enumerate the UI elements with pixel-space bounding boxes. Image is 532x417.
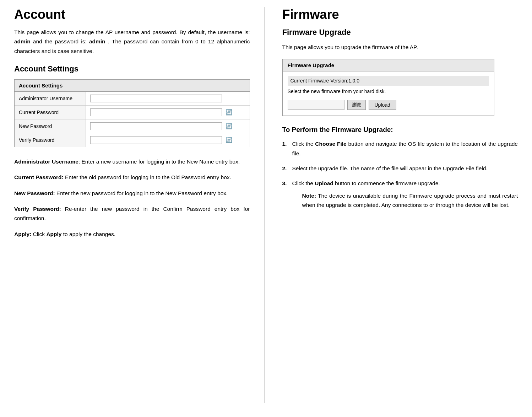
table-row: Current Password 🔄 xyxy=(15,106,250,119)
current-password-input[interactable] xyxy=(90,108,222,116)
list-item: 1. Click the Choose File button and navi… xyxy=(282,139,518,158)
right-column: Firmware Firmware Upgrade This page allo… xyxy=(265,7,518,403)
field-label-username: Administrator Username xyxy=(15,92,86,106)
list-item: 3. Click the Upload button to commence t… xyxy=(282,179,518,210)
choose-file-bold: Choose File xyxy=(315,141,346,147)
field-label-verify-password: Verify Password xyxy=(15,133,86,147)
note-label: Note: xyxy=(302,193,316,199)
upload-button[interactable]: Upload xyxy=(369,100,396,110)
field-input-new-password-cell: 🔄 xyxy=(86,119,250,133)
account-intro: This page allows you to change the AP us… xyxy=(14,28,250,56)
step-text-3: Click the Upload button to commence the … xyxy=(292,179,518,210)
account-settings-box: Account Settings Administrator Username … xyxy=(14,79,250,147)
firmware-box-content: Current Firmware Version:1.0.0 Select th… xyxy=(283,71,494,116)
field-input-username-cell xyxy=(86,92,250,106)
desc-label-apply-bold: Apply xyxy=(46,231,61,237)
table-row: Administrator Username xyxy=(15,92,250,106)
firmware-upgrade-box: Firmware Upgrade Current Firmware Versio… xyxy=(282,59,494,116)
field-label-new-password: New Password xyxy=(15,119,86,133)
list-item: 2. Select the upgrade file. The name of … xyxy=(282,164,518,173)
new-password-input[interactable] xyxy=(90,122,222,130)
browse-button[interactable]: 瀏覽 xyxy=(347,100,366,110)
firmware-upgrade-subtitle: Firmware Upgrade xyxy=(282,28,518,37)
step-num-3: 3. xyxy=(282,179,292,188)
desc-verify-password: Verify Password: Re-enter the new passwo… xyxy=(14,204,250,223)
perform-steps-list: 1. Click the Choose File button and navi… xyxy=(282,139,518,210)
verify-password-input[interactable] xyxy=(90,136,222,144)
firmware-version-row: Current Firmware Version:1.0.0 xyxy=(288,76,489,86)
desc-new-password: New Password: Enter the new password for… xyxy=(14,189,250,198)
step-text-1: Click the Choose File button and navigat… xyxy=(292,139,518,158)
refresh-icon-1[interactable]: 🔄 xyxy=(226,109,233,115)
firmware-upload-row: 瀏覽 Upload xyxy=(288,98,489,111)
firmware-box-header: Firmware Upgrade xyxy=(283,59,494,71)
field-input-current-password-cell: 🔄 xyxy=(86,106,250,119)
desc-label-5: Apply: xyxy=(14,231,31,237)
account-settings-title: Account Settings xyxy=(14,64,250,74)
table-row: New Password 🔄 xyxy=(15,119,250,133)
username-input[interactable] xyxy=(90,95,222,102)
step-num-2: 2. xyxy=(282,164,292,173)
account-title: Account xyxy=(14,7,250,22)
settings-table: Administrator Username Current Password … xyxy=(15,92,250,147)
desc-label-3: New Password: xyxy=(14,190,55,196)
firmware-file-input[interactable] xyxy=(288,100,344,110)
firmware-title: Firmware xyxy=(282,7,518,22)
desc-label-1: Administrator Username xyxy=(14,159,78,165)
refresh-icon-3[interactable]: 🔄 xyxy=(226,137,233,143)
upload-bold: Upload xyxy=(315,180,333,186)
firmware-select-row: Select the new firmware from your hard d… xyxy=(288,88,489,95)
desc-label-4: Verify Password: xyxy=(14,206,61,212)
step-num-1: 1. xyxy=(282,139,292,149)
desc-label-2: Current Password: xyxy=(14,174,64,180)
left-column: Account This page allows you to change t… xyxy=(14,7,265,403)
table-row: Verify Password 🔄 xyxy=(15,133,250,147)
desc-administrator-username: Administrator Username: Enter a new user… xyxy=(14,157,250,166)
note-block: Note: The device is unavailable during t… xyxy=(292,191,518,210)
firmware-intro: This page allows you to upgrade the firm… xyxy=(282,43,518,52)
step-text-2: Select the upgrade file. The name of the… xyxy=(292,164,518,173)
refresh-icon-2[interactable]: 🔄 xyxy=(226,123,233,129)
account-settings-header: Account Settings xyxy=(15,80,250,92)
field-input-verify-password-cell: 🔄 xyxy=(86,133,250,147)
perform-title: To Perform the Firmware Upgrade: xyxy=(282,126,518,134)
field-label-current-password: Current Password xyxy=(15,106,86,119)
desc-apply: Apply: Click Apply to apply the changes. xyxy=(14,230,250,239)
desc-current-password: Current Password: Enter the old password… xyxy=(14,173,250,182)
